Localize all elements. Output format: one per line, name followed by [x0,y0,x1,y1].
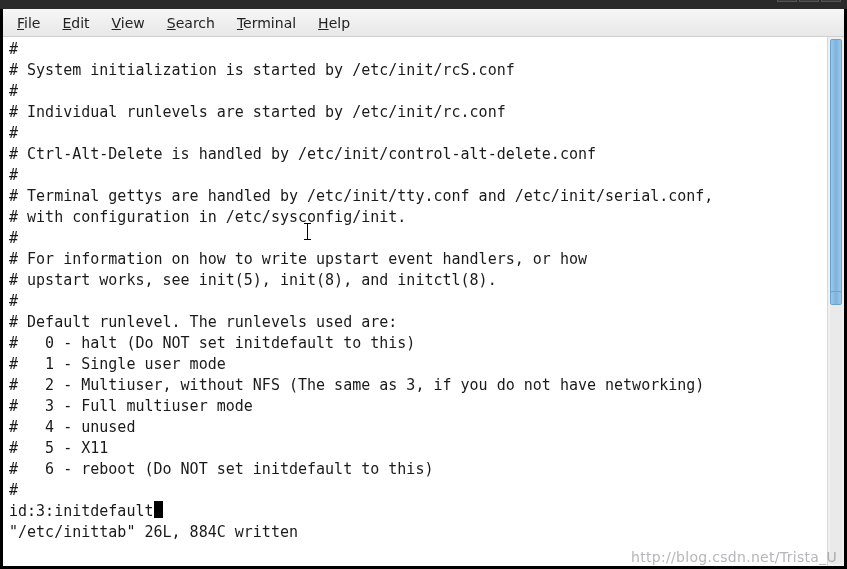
menubar: File Edit View Search Terminal Help [3,9,844,37]
terminal-scrollbar[interactable] [827,37,844,566]
terminal-window: File Edit View Search Terminal Help # # … [0,9,847,569]
terminal-cursor [154,501,163,518]
menu-label: File [17,15,40,31]
menu-label: Edit [62,15,89,31]
menu-label: Terminal [237,15,296,31]
terminal-body: # # System initialization is started by … [3,37,844,566]
scrollbar-thumb[interactable] [830,39,842,304]
menu-label: View [112,15,145,31]
window-minimize-button[interactable]: – [777,0,797,2]
menu-help[interactable]: Help [308,11,360,35]
window-controls: – □ × [777,0,841,2]
terminal-output[interactable]: # # System initialization is started by … [3,37,827,566]
window-close-button[interactable]: × [821,0,841,2]
window-maximize-button[interactable]: □ [799,0,819,2]
menu-terminal[interactable]: Terminal [227,11,306,35]
menu-file[interactable]: File [7,11,50,35]
menu-search[interactable]: Search [157,11,225,35]
window-titlebar: root@localhost:~/Desktop – □ × [0,0,847,9]
menu-view[interactable]: View [102,11,155,35]
menu-label: Search [167,15,215,31]
menu-edit[interactable]: Edit [52,11,99,35]
menu-label: Help [318,15,350,31]
scrollbar-thumb-grip[interactable] [830,291,842,305]
